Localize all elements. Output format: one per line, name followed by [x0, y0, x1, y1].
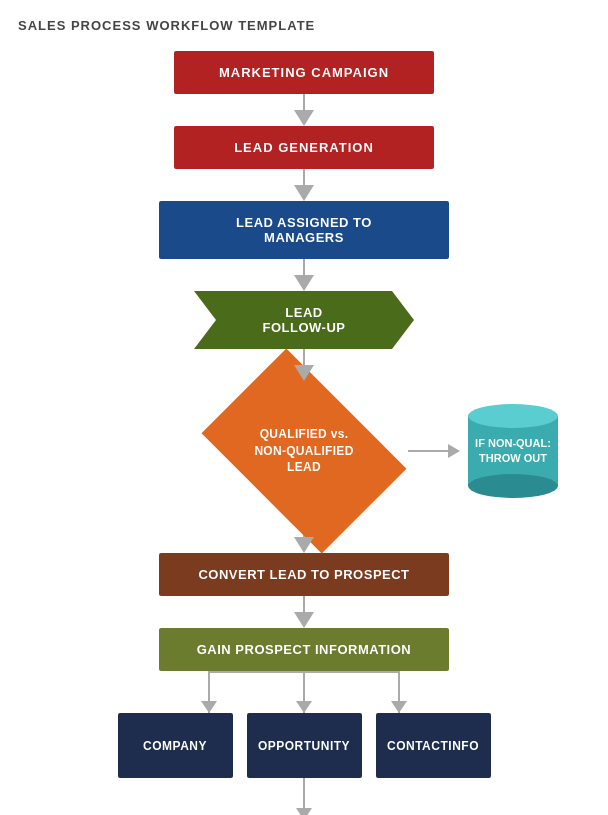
arrow-down — [294, 275, 314, 291]
arrow-line — [303, 349, 305, 365]
cylinder-text: IF NON-QUAL: THROW OUT — [471, 436, 556, 467]
lead-assigned-box: LEAD ASSIGNED TO MANAGERS — [159, 201, 449, 259]
convert-lead-box: CONVERT LEAD TO PROSPECT — [159, 553, 449, 596]
gain-prospect-box: GAIN PROSPECT INFORMATION — [159, 628, 449, 671]
company-box: COMPANY — [118, 713, 233, 778]
arrow-down-final — [296, 808, 312, 815]
merge-arrow-container — [134, 778, 474, 815]
qualified-row: QUALIFIED vs. NON-QUALIFIED LEAD IF NON-… — [10, 381, 598, 521]
flowchart: MARKETING CAMPAIGN LEAD GENERATION LEAD … — [10, 51, 598, 815]
arrow-line — [303, 94, 305, 110]
connector-1 — [294, 94, 314, 126]
arrow-down — [294, 537, 314, 553]
connector-3 — [294, 259, 314, 291]
contact-info-box: CONTACT INFO — [376, 713, 491, 778]
arrow-right-line — [408, 450, 448, 452]
nonqual-group: IF NON-QUAL: THROW OUT — [408, 416, 558, 486]
arrow-down-center — [296, 701, 312, 713]
split-arrow-container — [134, 671, 474, 713]
arrow-down — [294, 110, 314, 126]
three-boxes-row: COMPANY OPPORTUNITY CONTACT INFO — [10, 713, 598, 778]
page-container: SALES PROCESS WORKFLOW TEMPLATE MARKETIN… — [10, 18, 598, 815]
arrow-down — [294, 612, 314, 628]
arrow-line — [303, 169, 305, 185]
arrow-down — [294, 365, 314, 381]
arrow-line — [303, 596, 305, 612]
arrow-down-right — [391, 701, 407, 713]
connector-2 — [294, 169, 314, 201]
arrow-down — [294, 185, 314, 201]
cylinder-container: IF NON-QUAL: THROW OUT — [468, 416, 558, 486]
opportunity-box: OPPORTUNITY — [247, 713, 362, 778]
arrow-right-group — [408, 444, 460, 458]
connector-4 — [294, 349, 314, 381]
lead-followup-1-box: LEAD FOLLOW-UP — [194, 291, 414, 349]
connector-6 — [294, 596, 314, 628]
diamond-text: QUALIFIED vs. NON-QUALIFIED LEAD — [254, 426, 353, 476]
page-title: SALES PROCESS WORKFLOW TEMPLATE — [18, 18, 598, 33]
arrow-down-left — [201, 701, 217, 713]
arrow-right-head — [448, 444, 460, 458]
arrow-line — [303, 259, 305, 275]
horiz-line — [209, 671, 399, 673]
qualified-diamond: QUALIFIED vs. NON-QUALIFIED LEAD — [204, 381, 404, 521]
marketing-campaign-box: MARKETING CAMPAIGN — [174, 51, 434, 94]
lead-generation-box: LEAD GENERATION — [174, 126, 434, 169]
